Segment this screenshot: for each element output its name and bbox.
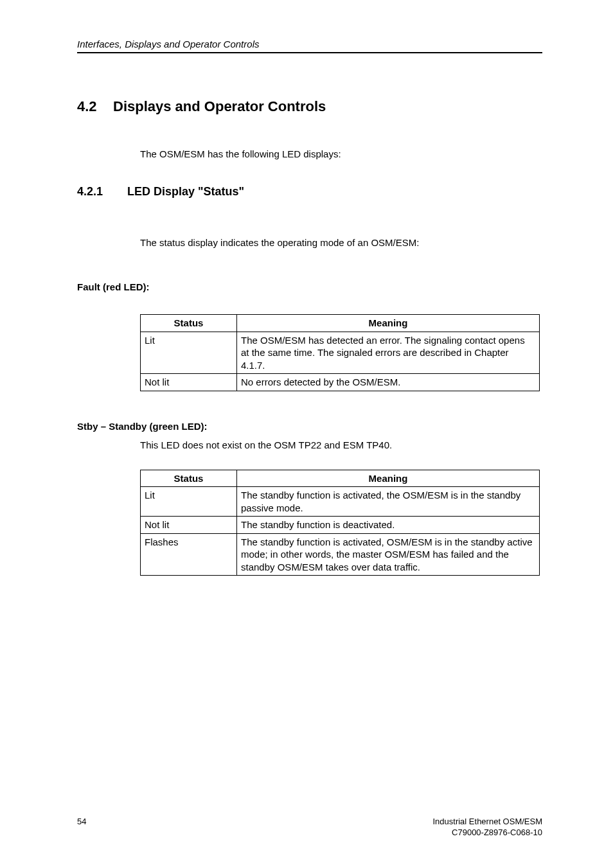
subsection-number: 4.2.1 xyxy=(77,185,127,199)
running-header: Interfaces, Displays and Operator Contro… xyxy=(77,39,542,53)
table-row: Flashes The standby function is activate… xyxy=(141,533,540,576)
page-number: 54 xyxy=(77,817,86,826)
cell-status: Lit xyxy=(141,332,237,374)
col-status-header: Status xyxy=(141,470,237,487)
cell-status: Not lit xyxy=(141,374,237,391)
cell-meaning: The standby function is activated, the O… xyxy=(237,487,540,517)
cell-meaning: The OSM/ESM has detected an error. The s… xyxy=(237,332,540,374)
cell-status: Flashes xyxy=(141,533,237,576)
cell-status: Not lit xyxy=(141,517,237,534)
table-header-row: Status Meaning xyxy=(141,315,540,332)
section-heading: 4.2Displays and Operator Controls xyxy=(77,98,542,115)
table-header-row: Status Meaning xyxy=(141,470,540,487)
stby-label: Stby – Standby (green LED): xyxy=(77,421,542,432)
cell-status: Lit xyxy=(141,487,237,517)
section-number: 4.2 xyxy=(77,98,113,115)
col-status-header: Status xyxy=(141,315,237,332)
stby-table: Status Meaning Lit The standby function … xyxy=(140,470,540,576)
section-intro: The OSM/ESM has the following LED displa… xyxy=(140,148,542,159)
fault-table: Status Meaning Lit The OSM/ESM has detec… xyxy=(140,314,540,391)
footer-doc-code: C79000-Z8976-C068-10 xyxy=(432,828,542,838)
fault-label: Fault (red LED): xyxy=(77,281,542,292)
footer-doc-title: Industrial Ethernet OSM/ESM xyxy=(432,817,542,828)
subsection-title: LED Display "Status" xyxy=(127,185,244,198)
subsection-heading: 4.2.1LED Display "Status" xyxy=(77,185,542,199)
stby-note: This LED does not exist on the OSM TP22 … xyxy=(140,439,542,450)
section-title: Displays and Operator Controls xyxy=(113,98,326,114)
table-row: Not lit No errors detected by the OSM/ES… xyxy=(141,374,540,391)
page-footer: 54 Industrial Ethernet OSM/ESM C79000-Z8… xyxy=(77,817,542,838)
status-paragraph: The status display indicates the operati… xyxy=(140,237,542,248)
table-row: Lit The standby function is activated, t… xyxy=(141,487,540,517)
table-row: Lit The OSM/ESM has detected an error. T… xyxy=(141,332,540,374)
col-meaning-header: Meaning xyxy=(237,315,540,332)
cell-meaning: No errors detected by the OSM/ESM. xyxy=(237,374,540,391)
cell-meaning: The standby function is deactivated. xyxy=(237,517,540,534)
cell-meaning: The standby function is activated, OSM/E… xyxy=(237,533,540,576)
col-meaning-header: Meaning xyxy=(237,470,540,487)
table-row: Not lit The standby function is deactiva… xyxy=(141,517,540,534)
